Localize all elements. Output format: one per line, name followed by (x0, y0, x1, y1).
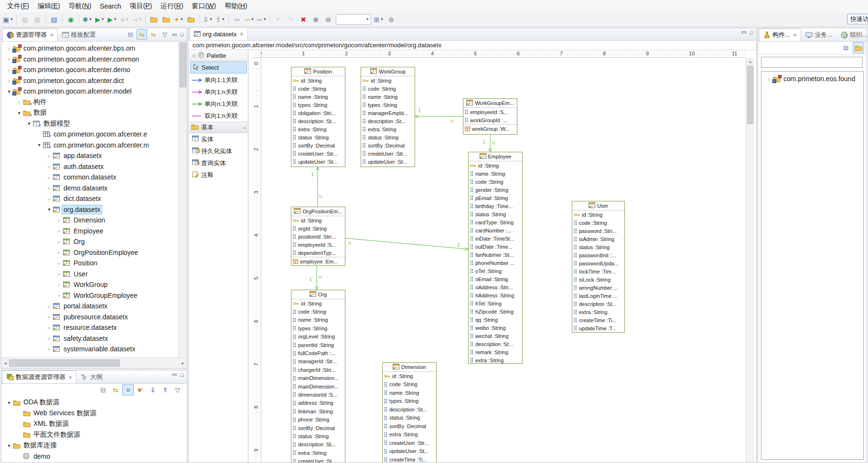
datasource-tree-item[interactable]: XML 数据源 (1, 419, 187, 430)
scroll-right-icon[interactable]: ► (179, 361, 187, 366)
entity-field[interactable]: id :String (383, 372, 436, 380)
datasource-tree-item[interactable]: 平面文件数据源 (1, 430, 187, 441)
entity-field[interactable]: employee :Em... (291, 257, 345, 265)
resource-tree-item[interactable]: ▹com.primeton.gocom.afcenter.demo (1, 64, 157, 75)
menu-search[interactable]: Search (96, 1, 125, 11)
expander-icon[interactable]: ▹ (15, 99, 23, 105)
palette-select-tool[interactable]: Select (190, 62, 247, 74)
menu-h[interactable]: 帮助(H) (220, 1, 251, 11)
resource-tree-item[interactable]: ▹WorkGroupEmployee (1, 290, 157, 301)
entity-field[interactable]: code :String (383, 380, 436, 389)
minimize-editor-button[interactable]: ▭ (740, 29, 748, 35)
expander-icon[interactable]: ▹ (5, 67, 13, 73)
start-server-icon[interactable]: ◉ (65, 14, 76, 25)
entity-field[interactable]: sortBy :Decimal (291, 424, 345, 432)
show-folders-icon[interactable] (853, 42, 864, 53)
palette-header[interactable]: ◁ Palette (189, 50, 248, 61)
quick-access-button[interactable]: 快速访问 (847, 14, 868, 24)
datasource-tree-item[interactable]: Web Services 数据源 (1, 408, 187, 419)
expander-icon[interactable]: ▹ (5, 46, 13, 51)
expander-icon[interactable]: ▹ (45, 175, 53, 180)
entity-field[interactable]: code :String (291, 84, 345, 93)
entity-field[interactable]: oAddress :Stri... (469, 283, 522, 291)
entity-field[interactable]: name :String (383, 389, 436, 397)
menu-w[interactable]: 窗口(W) (188, 1, 221, 11)
expander-icon[interactable]: ▾ (45, 207, 53, 212)
entity-Position[interactable]: Positionid :Stringcode :Stringname :Stri… (291, 67, 345, 167)
entity-field[interactable]: wrongNumber ... (572, 284, 624, 292)
link-with-editor-icon[interactable]: ⇆ (137, 29, 147, 40)
explorer-tab-template-config[interactable]: 模板配置 (58, 28, 100, 41)
entity-field[interactable]: id :String (291, 216, 345, 224)
pin-icon[interactable]: « (243, 125, 246, 130)
entity-WorkGroup[interactable]: WorkGroupid :Stringcode :Stringname :Str… (361, 67, 415, 167)
expander-icon[interactable]: ▹ (45, 347, 53, 352)
entity-field[interactable]: dependentTyp... (291, 249, 345, 257)
expander-icon[interactable]: ▹ (55, 261, 63, 266)
collapse-palette-icon[interactable]: ◁ (192, 53, 195, 58)
scroll-left-icon[interactable]: ◄ (1, 361, 9, 366)
close-icon[interactable]: ✕ (240, 32, 244, 37)
entity-field[interactable]: code :String (361, 84, 415, 93)
entity-field[interactable]: sortBy :Decimal (291, 141, 345, 149)
entity-field[interactable]: qq :String (469, 316, 522, 324)
entity-field[interactable]: extra :String (291, 449, 345, 457)
run-config-icon[interactable]: ▶▼ (107, 14, 118, 25)
entity-field[interactable]: createUser :Str... (361, 149, 415, 158)
palette-tool-query-entity[interactable]: 查询实体 (189, 157, 248, 169)
import-profile-icon[interactable]: ⇓ (147, 384, 159, 396)
datasource-tree-item[interactable]: ▾数据库连接 (1, 440, 187, 451)
entity-field[interactable]: phoneNumber ... (469, 259, 522, 267)
entity-field[interactable]: id :String (572, 210, 624, 219)
resource-tree-item[interactable]: ▹com.primeton.gocom.afcenter.common (1, 54, 157, 65)
resource-tree-item[interactable]: ▹?构件 (1, 97, 157, 108)
scroll-up-icon[interactable]: ▲ (746, 58, 754, 64)
entity-field[interactable]: cardNumber :... (469, 226, 522, 234)
stop-icon[interactable]: ■▼ (119, 14, 130, 25)
resource-tree-item[interactable]: ▹com.primeton.gocom.afcenter.bps.om (1, 43, 157, 54)
entity-field[interactable]: code :String (572, 219, 624, 227)
resource-tree-item[interactable]: ▹demo.datasetx (1, 183, 157, 194)
palette-tool-rel-bi-1-n[interactable]: 双向1:n关联 (189, 110, 248, 122)
menu-r[interactable]: 运行(R) (156, 1, 187, 11)
right-tab-organization[interactable]: 组织... (836, 28, 868, 41)
entity-field[interactable]: gender :String (469, 186, 522, 194)
entity-field[interactable]: types :String (361, 101, 415, 109)
search-torch-icon[interactable]: ✦▼ (173, 14, 184, 25)
entity-field[interactable]: updateUser :St... (291, 158, 345, 166)
delete-icon[interactable]: ✖ (298, 14, 309, 25)
close-icon[interactable]: ✕ (50, 32, 54, 38)
explorer-horizontal-scrollbar[interactable]: ◄ ► (1, 358, 187, 368)
close-icon[interactable]: ✕ (68, 375, 72, 380)
resource-tree-item[interactable]: ▹com.primeton.gocom.afcenter.dict (1, 75, 157, 86)
entity-field[interactable]: description :St... (572, 300, 624, 308)
expander-icon[interactable]: ▹ (45, 164, 53, 169)
datasource-tree-item[interactable]: ▾ODA 数据源 (1, 397, 187, 408)
entity-field[interactable]: orgLevel :String (291, 333, 345, 341)
palette-tool-rel-1-1[interactable]: 单向1:1关联 (189, 74, 248, 86)
zoom-combo[interactable]: ▼ (336, 14, 371, 25)
resource-tree-item[interactable]: ▾org.datasetx (1, 204, 157, 215)
check-in-icon[interactable]: ⇩▼ (202, 14, 214, 25)
export-profile-icon[interactable]: ⇑ (160, 384, 171, 396)
resource-tree-item[interactable]: ▾?com.primeton.gocom.afcenter.m (1, 140, 157, 151)
run-icon[interactable]: ▶▼ (94, 14, 106, 25)
resource-tree-item[interactable]: ▹OrgPositionEmployee (1, 247, 157, 258)
entity-field[interactable]: name :String (361, 93, 415, 101)
entity-field[interactable]: status :String (383, 414, 436, 422)
resource-tree-item[interactable]: ▾com.primeton.gocom.afcenter.model (1, 86, 157, 97)
link-with-editor-icon[interactable]: ⧉ (840, 42, 852, 53)
expander-icon[interactable]: ▹ (45, 196, 53, 201)
new-wizard-icon[interactable]: ▣▼ (2, 14, 14, 25)
expander-icon[interactable]: ▹ (5, 56, 13, 62)
resource-tree-item[interactable]: ?com.primeton.gocom.afcenter.e (1, 129, 157, 140)
expander-icon[interactable]: ▾ (35, 142, 43, 147)
entity-field[interactable]: createUser :St... (291, 457, 345, 463)
explorer-tab-resource-explorer[interactable]: 资源管理器✕ (2, 28, 58, 41)
expander-icon[interactable]: ▹ (45, 153, 53, 158)
entity-field[interactable]: passwordInit :... (572, 251, 624, 259)
entity-field[interactable]: name :String (469, 169, 522, 178)
entity-field[interactable]: status :String (361, 133, 415, 141)
entity-field[interactable]: name :String (291, 93, 345, 101)
entity-field[interactable]: remark :String (469, 348, 522, 356)
